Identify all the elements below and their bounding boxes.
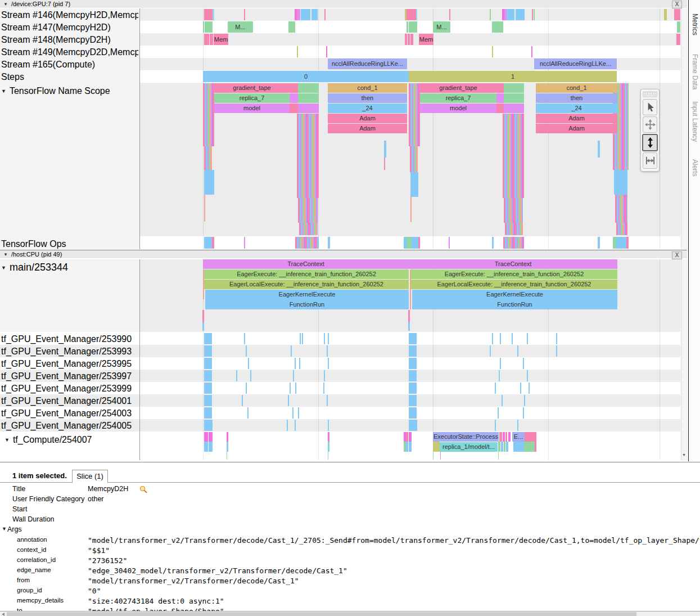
- trace-fragment[interactable]: [212, 237, 214, 249]
- trace-fragment[interactable]: [297, 46, 298, 57]
- trace-fragment[interactable]: [250, 370, 251, 381]
- selection-tool-button[interactable]: [643, 99, 657, 115]
- trace-fragment[interactable]: [409, 432, 412, 442]
- trace-fragment[interactable]: [242, 395, 243, 406]
- trace-fragment[interactable]: [409, 420, 417, 431]
- trace-fragment[interactable]: [409, 358, 417, 369]
- trace-fragment[interactable]: [503, 432, 505, 442]
- trace-fragment[interactable]: [674, 9, 680, 20]
- args-section-header[interactable]: ▼Args: [2, 525, 22, 533]
- trace-fragment[interactable]: [499, 370, 500, 381]
- trace-fragment[interactable]: [409, 333, 417, 344]
- trace-fragment[interactable]: [527, 370, 528, 381]
- trace-fragment[interactable]: [520, 383, 521, 394]
- gpu-process-header[interactable]: ▼/device:GPU:7 (pid 7): [0, 0, 687, 8]
- trace-fragment[interactable]: [501, 442, 503, 452]
- trace-fragment[interactable]: [676, 34, 680, 45]
- trace-fragment[interactable]: [328, 237, 330, 249]
- memcpy-d2h-bar[interactable]: Mem: [419, 34, 433, 45]
- trace-fragment[interactable]: [409, 370, 417, 381]
- trace-fragment[interactable]: [295, 358, 296, 369]
- executor-state-bar[interactable]: ExecutorState::Process: [433, 432, 499, 442]
- trace-fragment[interactable]: [297, 9, 300, 20]
- trace-fragment[interactable]: [246, 383, 247, 394]
- trace-fragment[interactable]: [523, 358, 524, 369]
- trace-fragment[interactable]: [300, 333, 301, 344]
- trace-fragment[interactable]: [302, 333, 303, 344]
- trace-fragment[interactable]: [204, 395, 212, 406]
- scope-24-bar[interactable]: _24: [536, 104, 617, 113]
- trace-fragment[interactable]: [323, 383, 324, 394]
- trace-fragment[interactable]: [204, 333, 212, 344]
- trace-fragment[interactable]: [410, 197, 412, 222]
- cond-1-bar[interactable]: cond_1: [328, 83, 407, 93]
- trace-fragment[interactable]: [324, 370, 325, 381]
- eager-local-execute-bar[interactable]: EagerLocalExecute: __inference_train_fun…: [204, 280, 409, 289]
- executor-state-bar[interactable]: E...: [512, 432, 525, 442]
- function-run-bar[interactable]: FunctionRun: [205, 299, 409, 309]
- trace-fragment[interactable]: [204, 345, 212, 357]
- trace-fragment[interactable]: [328, 432, 329, 442]
- trace-fragment[interactable]: [290, 383, 291, 394]
- trace-fragment[interactable]: [527, 333, 528, 344]
- trace-fragment[interactable]: [598, 237, 600, 249]
- eager-kernel-execute-bar[interactable]: EagerKernelExecute: [412, 290, 617, 299]
- trace-fragment[interactable]: [408, 34, 410, 45]
- trace-fragment[interactable]: [384, 158, 385, 170]
- trace-fragment[interactable]: [495, 104, 504, 113]
- memcpy-d2h-bar[interactable]: Mem: [214, 34, 228, 45]
- trace-context-bar[interactable]: TraceContext: [203, 259, 409, 269]
- trace-fragment[interactable]: [535, 442, 536, 452]
- trace-fragment[interactable]: [409, 442, 412, 452]
- trace-fragment[interactable]: [292, 407, 293, 419]
- trace-fragment[interactable]: [508, 432, 511, 442]
- trace-fragment[interactable]: [405, 34, 407, 45]
- scope-24-bar[interactable]: _24: [328, 104, 407, 113]
- trace-fragment[interactable]: [523, 407, 524, 419]
- trace-fragment[interactable]: [298, 93, 319, 103]
- tab-alerts[interactable]: Alerts: [691, 159, 699, 177]
- trace-fragment[interactable]: [498, 442, 500, 452]
- trace-fragment[interactable]: [244, 333, 245, 344]
- tab-slice[interactable]: Slice (1): [72, 470, 108, 483]
- trace-fragment[interactable]: [293, 370, 294, 381]
- trace-fragment[interactable]: [505, 432, 507, 442]
- trace-fragment[interactable]: [500, 333, 501, 344]
- trace-fragment[interactable]: [440, 452, 441, 460]
- trace-fragment[interactable]: [498, 452, 499, 460]
- trace-fragment[interactable]: [290, 83, 298, 93]
- trace-fragment[interactable]: [556, 345, 557, 357]
- collapse-icon[interactable]: ▼: [1, 265, 6, 271]
- function-run-bar[interactable]: FunctionRun: [412, 299, 617, 309]
- palette-drag-handle[interactable]: [643, 91, 657, 97]
- trace-fragment[interactable]: [244, 237, 245, 249]
- trace-dense-events[interactable]: [616, 223, 627, 235]
- trace-fragment[interactable]: [327, 345, 328, 357]
- trace-dense-events[interactable]: [203, 83, 214, 146]
- trace-dense-events[interactable]: [410, 146, 418, 172]
- trace-fragment[interactable]: [326, 46, 327, 57]
- trace-dense-events[interactable]: [504, 198, 523, 223]
- collapse-icon[interactable]: ▼: [3, 2, 8, 7]
- step-0-bar[interactable]: 0: [203, 71, 409, 82]
- trace-fragment[interactable]: [324, 333, 325, 344]
- trace-fragment[interactable]: [506, 442, 508, 452]
- trace-fragment[interactable]: [408, 322, 410, 331]
- trace-fragment[interactable]: [449, 9, 450, 20]
- then-bar[interactable]: then: [328, 93, 407, 103]
- trace-fragment[interactable]: [500, 358, 501, 369]
- tab-metrics[interactable]: Metrics: [691, 14, 699, 35]
- trace-fragment[interactable]: [412, 237, 418, 249]
- trace-fragment[interactable]: [209, 432, 213, 442]
- trace-dense-events[interactable]: [503, 237, 524, 249]
- trace-fragment[interactable]: [502, 395, 503, 406]
- adam-bar[interactable]: Adam: [328, 114, 407, 123]
- trace-fragment[interactable]: [408, 310, 410, 322]
- gradient-tape-bar[interactable]: gradient_tape: [214, 83, 290, 93]
- trace-dense-events[interactable]: [299, 223, 318, 235]
- trace-fragment[interactable]: [248, 358, 249, 369]
- trace-fragment[interactable]: [227, 432, 228, 442]
- trace-fragment[interactable]: [213, 9, 214, 20]
- trace-fragment[interactable]: [614, 170, 627, 195]
- trace-fragment[interactable]: [504, 93, 524, 103]
